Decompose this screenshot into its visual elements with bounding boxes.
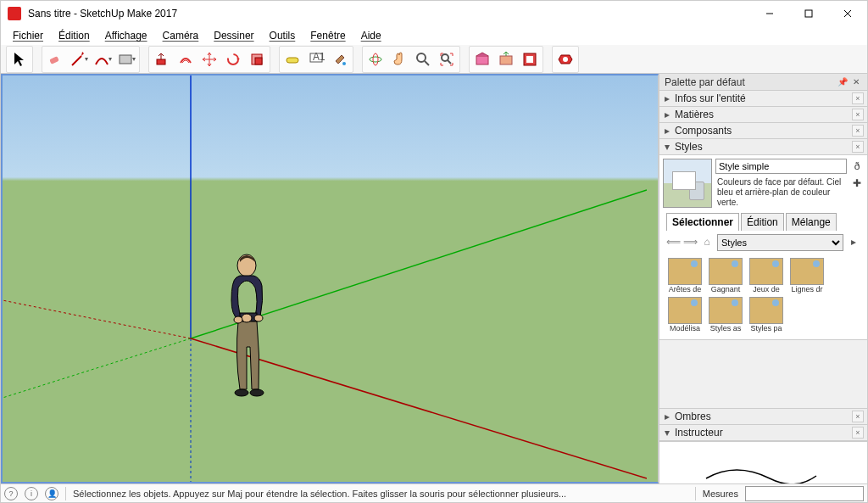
home-icon[interactable]: ⌂	[700, 236, 714, 249]
eraser-tool[interactable]	[43, 48, 67, 71]
pan-tool[interactable]	[387, 48, 411, 71]
menu-fenetre[interactable]: Fenêtre	[303, 28, 352, 43]
orbit-tool[interactable]	[364, 48, 387, 71]
rotate-tool[interactable]	[221, 48, 245, 71]
minimize-button[interactable]	[750, 1, 789, 26]
close-button[interactable]	[828, 1, 867, 26]
styles-library-select[interactable]: Styles	[717, 234, 843, 251]
back-icon[interactable]: ⟸	[666, 236, 680, 249]
move-tool[interactable]	[198, 48, 221, 71]
pin-icon[interactable]: 📌	[837, 76, 849, 88]
style-folder[interactable]: Gagnant	[707, 258, 744, 293]
paint-tool[interactable]	[328, 48, 352, 71]
style-folder[interactable]: Styles as	[707, 297, 744, 333]
svg-line-30	[3, 300, 191, 338]
3dwarehouse-button[interactable]	[470, 48, 494, 71]
style-folder[interactable]: Styles pa	[748, 297, 785, 333]
shape-tool[interactable]: ▾	[114, 48, 138, 71]
chevron-down-icon: ▾	[663, 141, 671, 153]
info-icon[interactable]: i	[25, 487, 38, 500]
extension-warehouse-button[interactable]	[554, 48, 577, 71]
menubar: Fichier Édition Affichage Caméra Dessine…	[1, 26, 867, 45]
offset-tool[interactable]	[174, 48, 198, 71]
app-icon	[8, 7, 21, 20]
menu-aide[interactable]: Aide	[354, 28, 388, 43]
style-folder[interactable]: Arêtes de	[666, 258, 704, 293]
style-description: Couleurs de face par défaut. Ciel bleu e…	[715, 176, 847, 210]
forward-icon[interactable]: ⟹	[683, 236, 697, 249]
tray-gap	[659, 340, 867, 409]
styles-panel: Couleurs de face par défaut. Ciel bleu e…	[659, 155, 867, 340]
tab-select[interactable]: Sélectionner	[666, 213, 739, 231]
window-controls	[750, 1, 867, 26]
section-instructor[interactable]: ▾ Instructeur ×	[659, 424, 867, 441]
svg-point-35	[242, 314, 252, 322]
svg-rect-10	[287, 58, 298, 63]
zoom-tool[interactable]	[411, 48, 435, 71]
viewport[interactable]	[1, 74, 659, 483]
section-close-icon[interactable]: ×	[852, 109, 864, 120]
svg-rect-21	[500, 56, 512, 64]
svg-text:A1: A1	[313, 51, 325, 63]
section-styles[interactable]: ▾ Styles ×	[659, 138, 867, 155]
style-folder[interactable]: Lignes dr	[788, 258, 826, 293]
svg-line-19	[448, 60, 451, 64]
maximize-button[interactable]	[789, 1, 828, 26]
svg-rect-23	[526, 56, 533, 63]
user-icon[interactable]: 👤	[45, 487, 58, 500]
current-style-thumbnail[interactable]	[663, 159, 712, 208]
tab-edit[interactable]: Édition	[741, 213, 784, 231]
svg-point-34	[250, 389, 264, 396]
section-close-icon[interactable]: ×	[852, 92, 864, 104]
svg-rect-5	[120, 55, 131, 64]
svg-point-15	[373, 53, 378, 65]
section-close-icon[interactable]: ×	[852, 427, 864, 439]
styles-thumbnails: Arêtes de Gagnant Jeux de Lignes dr Modé…	[663, 254, 864, 336]
line-tool[interactable]: ▾	[67, 48, 91, 71]
menu-edition[interactable]: Édition	[52, 28, 97, 43]
help-icon[interactable]: ?	[4, 487, 18, 500]
section-shadows[interactable]: ▸ Ombres ×	[659, 408, 867, 425]
tab-mix[interactable]: Mélange	[786, 213, 837, 231]
text-tool[interactable]: A1	[304, 48, 328, 71]
measurements-input[interactable]	[745, 486, 864, 501]
style-folder[interactable]: Jeux de	[748, 258, 785, 293]
style-folder[interactable]: Modélisa	[666, 297, 704, 333]
menu-outils[interactable]: Outils	[263, 28, 303, 43]
style-new-icon[interactable]: ✚	[850, 177, 864, 191]
svg-rect-4	[49, 56, 59, 64]
menu-affichage[interactable]: Affichage	[98, 28, 154, 43]
pushpull-tool[interactable]	[150, 48, 174, 71]
select-tool[interactable]	[8, 48, 31, 71]
section-close-icon[interactable]: ×	[852, 125, 864, 137]
menu-camera[interactable]: Caméra	[156, 28, 206, 43]
chevron-right-icon: ▸	[663, 411, 671, 422]
details-icon[interactable]: ▸	[847, 236, 860, 249]
tape-tool[interactable]	[281, 48, 304, 71]
tray-close-icon[interactable]: ✕	[850, 76, 862, 88]
svg-rect-1	[805, 10, 812, 17]
share-button[interactable]	[494, 48, 518, 71]
style-update-icon[interactable]: ð	[850, 160, 864, 174]
section-components[interactable]: ▸ Composants ×	[659, 122, 867, 139]
menu-dessiner[interactable]: Dessiner	[207, 28, 260, 43]
style-name-input[interactable]	[715, 159, 847, 174]
section-close-icon[interactable]: ×	[852, 411, 864, 422]
menu-fichier[interactable]: Fichier	[6, 28, 50, 43]
svg-rect-20	[476, 56, 488, 64]
scale-tool[interactable]	[245, 48, 269, 71]
section-materials[interactable]: ▸ Matières ×	[659, 106, 867, 123]
arc-tool[interactable]: ▾	[91, 48, 114, 71]
measurements-label: Mesures	[703, 489, 738, 499]
layout-button[interactable]	[518, 48, 542, 71]
svg-point-16	[417, 53, 426, 62]
toolbar: ▾ ▾ ▾ A1	[1, 45, 867, 74]
zoom-extents-tool[interactable]	[435, 48, 459, 71]
svg-point-33	[235, 389, 248, 396]
svg-point-24	[563, 57, 568, 62]
styles-tabs: Sélectionner Édition Mélange	[663, 210, 864, 231]
svg-rect-6	[157, 59, 165, 64]
section-close-icon[interactable]: ×	[852, 141, 864, 153]
tray-title[interactable]: Palette par défaut 📌 ✕	[659, 74, 867, 91]
section-entity-info[interactable]: ▸ Infos sur l'entité ×	[659, 91, 867, 107]
